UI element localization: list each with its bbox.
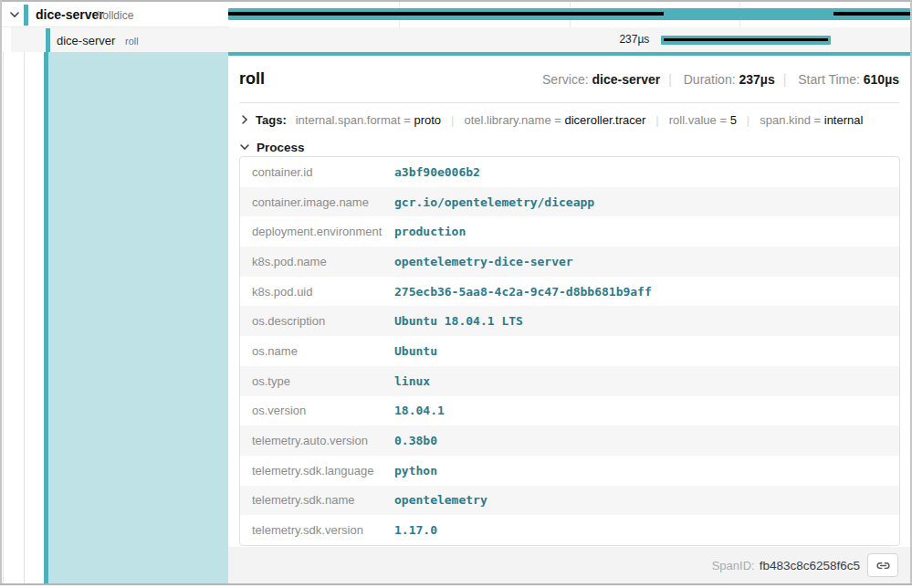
indent-guide-line [24,52,25,583]
window-border [0,583,912,585]
process-heading: Process [257,141,305,154]
duration-value: 237µs [739,72,774,87]
span-detail-panel: roll Service: dice-server| Duration: 237… [228,52,910,583]
selected-row-background [11,27,228,52]
meta-separator: | [775,72,795,87]
process-value: opentelemetry [394,486,899,516]
process-value: 1.17.0 [394,515,899,545]
tag-separator: | [737,113,760,127]
process-value: 0.38b0 [394,425,899,456]
tag-item: span.kind = internal [760,113,863,127]
timeline: 237µs [228,2,910,52]
service-name: dice-server [57,34,115,47]
window-border [0,0,912,2]
service-label: Service: [542,72,589,87]
service-name: dice-server [36,7,104,22]
span-tree-row-rolldice[interactable]: dice-server /rolldice [2,2,228,27]
process-value: production [394,216,899,247]
operation-name: roll [125,36,139,47]
process-key: os.type [240,366,394,396]
table-row: os.descriptionUbuntu 18.04.1 LTS [240,306,899,336]
span-duration-label: 237µs [619,27,649,52]
table-row: os.version18.04.1 [240,396,899,426]
process-value: python [394,456,899,486]
process-value: 275ecb36-5aa8-4c2a-9c47-d8bb681b9aff [394,277,899,307]
critical-path-segment [833,12,910,16]
window-border [0,0,2,585]
process-key: os.name [240,336,394,366]
process-section-toggle[interactable]: Process [239,136,305,158]
span-bar-roll[interactable] [661,36,831,45]
table-row: telemetry.sdk.version1.17.0 [240,515,899,545]
critical-path-segment [664,38,828,41]
tag-separator: | [645,113,668,127]
process-value: opentelemetry-dice-server [394,247,899,277]
table-row: container.image.namegcr.io/opentelemetry… [240,187,899,217]
tag-item: roll.value = 5 [669,113,737,127]
process-value: 18.04.1 [394,396,899,426]
meta-separator: | [660,72,680,87]
table-row: telemetry.sdk.languagepython [240,456,899,486]
span-detail-footer: SpanID: fb483c8c6258f6c5 [228,547,910,583]
process-value: gcr.io/opentelemetry/diceapp [394,187,899,217]
selected-span-fill[interactable] [48,52,228,583]
span-id-label: SpanID: [712,559,755,572]
deep-link-button[interactable] [867,553,898,577]
jaeger-trace-window: dice-server /rolldice dice-server roll 2… [0,0,912,588]
process-key: telemetry.sdk.version [240,515,394,545]
span-title: roll [239,69,265,89]
process-value: a3bf90e006b2 [394,157,899,187]
selected-span-left-column [2,52,228,583]
chevron-down-icon[interactable] [9,9,20,20]
service-value: dice-server [592,72,661,87]
process-key: container.id [240,157,394,187]
link-icon [875,558,891,573]
span-detail-header: roll Service: dice-server| Duration: 237… [239,56,899,103]
tag-item: otel.library.name = diceroller.tracer [465,113,646,127]
table-row: k8s.pod.nameopentelemetry-dice-server [240,247,899,277]
tag-item: internal.span.format = proto [296,113,441,127]
critical-path-segment [228,12,664,16]
tags-section-toggle[interactable]: Tags: internal.span.format = proto | ote… [239,105,899,134]
process-key: os.version [240,396,394,426]
tags-heading: Tags: [256,113,287,127]
table-row: telemetry.sdk.nameopentelemetry [240,486,899,516]
tag-separator: | [441,113,464,127]
process-key: k8s.pod.name [240,247,394,277]
span-id-value: fb483c8c6258f6c5 [760,559,860,572]
start-time-value: 610µs [864,72,899,87]
span-meta: Service: dice-server| Duration: 237µs| S… [542,72,899,87]
indent-guide-line [3,52,4,583]
service-color-bar [24,5,28,26]
span-tree-row-roll-selected[interactable]: dice-server roll [2,27,228,52]
process-value: linux [394,366,899,396]
process-key: k8s.pod.uid [240,277,394,307]
duration-label: Duration: [684,72,736,87]
process-value: Ubuntu 18.04.1 LTS [394,306,899,336]
table-row: k8s.pod.uid275ecb36-5aa8-4c2a-9c47-d8bb6… [240,277,899,307]
service-color-bar [46,28,50,52]
chevron-right-icon[interactable] [239,114,250,125]
process-key: telemetry.sdk.language [240,456,394,486]
start-time-label: Start Time: [798,72,860,87]
process-key: telemetry.auto.version [240,425,394,456]
table-row: os.typelinux [240,366,899,396]
process-key-value-table: container.ida3bf90e006b2 container.image… [239,156,900,546]
span-bar-rolldice[interactable] [228,8,910,20]
table-row: container.ida3bf90e006b2 [240,157,899,187]
process-key: os.description [240,306,394,336]
chevron-down-icon[interactable] [239,142,250,152]
process-key: telemetry.sdk.name [240,486,394,516]
table-row: deployment.environmentproduction [240,216,899,247]
process-value: Ubuntu [394,336,899,366]
operation-name: /rolldice [96,9,133,22]
process-key: container.image.name [240,187,394,217]
timeline-row-roll-selected: 237µs [228,27,910,52]
span-tree: dice-server /rolldice dice-server roll [2,2,228,52]
timeline-row-rolldice [228,2,910,27]
table-row: os.nameUbuntu [240,336,899,366]
process-key: deployment.environment [240,216,394,247]
table-row: telemetry.auto.version0.38b0 [240,425,899,456]
